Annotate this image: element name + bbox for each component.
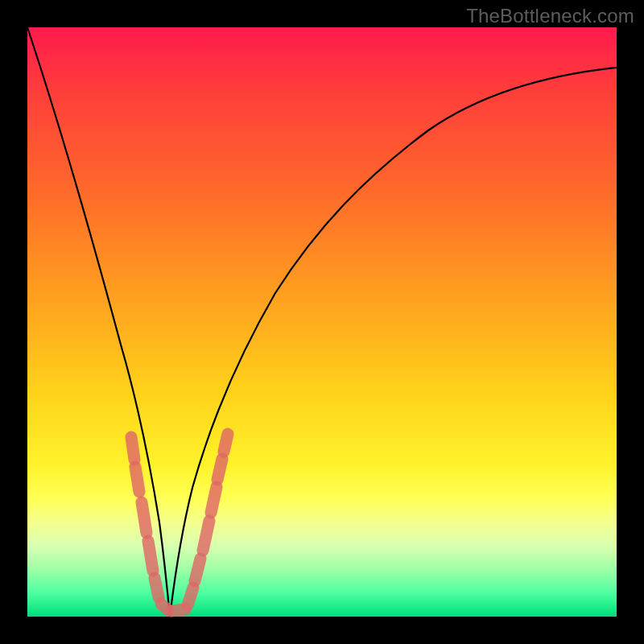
valley-dash: [155, 578, 159, 597]
chart-frame: TheBottleneck.com: [0, 0, 644, 644]
valley-dash: [203, 521, 209, 551]
valley-dash: [195, 559, 200, 581]
valley-dash: [142, 502, 147, 533]
valley-dash: [217, 459, 222, 480]
valley-dash: [171, 609, 185, 611]
curve-path: [27, 27, 617, 617]
valley-dash: [188, 588, 193, 605]
valley-dash: [224, 434, 228, 452]
bottleneck-curve: [27, 27, 617, 617]
valley-dash: [131, 437, 134, 460]
watermark-text: TheBottleneck.com: [466, 5, 634, 27]
valley-dash: [135, 467, 139, 492]
valley-dash: [148, 541, 153, 571]
plot-area: [27, 27, 617, 617]
valley-dash: [211, 487, 217, 513]
